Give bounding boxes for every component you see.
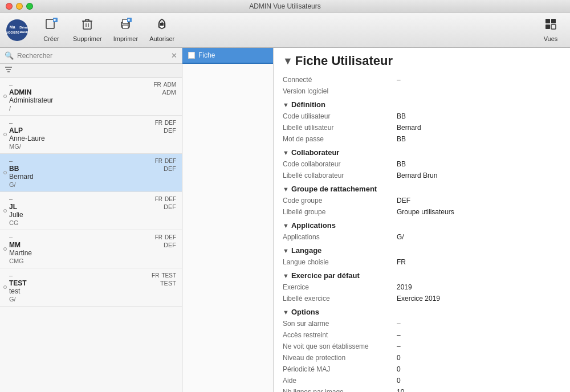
- info-row: Code groupe DEF: [283, 195, 561, 206]
- user-code-right: DEF: [164, 203, 176, 210]
- user-sub: CMG: [9, 258, 176, 264]
- user-dash: –: [9, 119, 13, 126]
- user-dot: [3, 171, 7, 174]
- app-logo: Ma Société Démo Basic: [5, 18, 30, 43]
- info-row: Libellé utilisateur Bernard: [283, 122, 561, 133]
- section-header[interactable]: ▼Collaborateur: [283, 148, 561, 157]
- field-value: G/: [397, 233, 404, 241]
- version-label: Version logiciel: [283, 87, 397, 95]
- field-label: Code groupe: [283, 197, 397, 205]
- user-code-fr: FR: [152, 272, 159, 279]
- info-row: Accès restreint –: [283, 329, 561, 341]
- connecte-label: Connecté: [283, 76, 397, 84]
- minimize-button[interactable]: [16, 3, 23, 10]
- field-label: Applications: [283, 233, 397, 241]
- user-row1: – FR DEF: [9, 195, 176, 202]
- search-icon: 🔍: [5, 51, 14, 60]
- field-value: Bernard Brun: [397, 172, 437, 179]
- user-name: Anne-Laure: [9, 134, 176, 142]
- filter-bar: [0, 64, 182, 77]
- user-dash: –: [9, 272, 13, 279]
- list-item[interactable]: – FR DEF BB DEF Bernard G/: [0, 154, 182, 192]
- field-value: 0: [397, 377, 401, 385]
- field-label: Niveau de protection: [283, 354, 397, 362]
- maximize-button[interactable]: [26, 3, 33, 10]
- section-title: Groupe de rattachement: [291, 185, 377, 193]
- section-arrow: ▼: [283, 222, 289, 229]
- user-dot: [3, 95, 7, 98]
- info-row: Langue choisie FR: [283, 256, 561, 268]
- info-row: Code utilisateur BB: [283, 111, 561, 122]
- info-row: Son sur alarme –: [283, 318, 561, 329]
- field-label: Nb lignes par image: [283, 388, 397, 392]
- field-value: 0: [397, 365, 401, 373]
- filter-icon[interactable]: [5, 66, 13, 75]
- vues-button[interactable]: Vues: [536, 15, 565, 45]
- window-title: ADMIN Vue Utilisateurs: [249, 2, 321, 10]
- section-header[interactable]: ▼Langage: [283, 246, 561, 255]
- user-code-def: DEF: [165, 158, 176, 164]
- section-options: ▼Options Son sur alarme – Accès restrein…: [283, 308, 561, 392]
- user-name: Martine: [9, 249, 176, 257]
- user-name: test: [9, 287, 176, 295]
- section-collaborateur: ▼Collaborateur Code collaborateur BB Lib…: [283, 148, 561, 181]
- creer-button[interactable]: Créer: [36, 15, 66, 45]
- svg-rect-4: [83, 21, 91, 29]
- section-header[interactable]: ▼Applications: [283, 221, 561, 230]
- close-button[interactable]: [6, 3, 13, 10]
- user-code-def: ADM: [164, 81, 176, 88]
- field-value: –: [397, 320, 401, 328]
- user-row2: ALP DEF: [9, 126, 176, 134]
- user-row1: – FR ADM: [9, 81, 176, 88]
- list-item[interactable]: – FR TEST TEST TEST test G/: [0, 268, 182, 307]
- user-code: ALP: [9, 126, 23, 134]
- search-bar: 🔍 ✕: [0, 48, 182, 64]
- svg-rect-20: [545, 19, 550, 23]
- user-code-fr: FR: [155, 158, 162, 164]
- user-code-right: DEF: [164, 165, 176, 172]
- supprimer-button[interactable]: Supprimer: [68, 15, 107, 45]
- info-row: Périodicité MAJ 0: [283, 364, 561, 375]
- fiche-checkbox[interactable]: [188, 52, 195, 59]
- fiche-header-label: Fiche: [198, 51, 215, 59]
- section-header[interactable]: ▼Options: [283, 308, 561, 316]
- list-item[interactable]: – FR DEF ALP DEF Anne-Laure MG/: [0, 116, 182, 154]
- section-header[interactable]: ▼Groupe de rattachement: [283, 185, 561, 193]
- creer-label: Créer: [43, 35, 59, 42]
- user-sub: CG: [9, 219, 176, 226]
- user-sub: /: [9, 105, 176, 112]
- info-row: Libellé exercice Exercice 2019: [283, 293, 561, 304]
- search-input[interactable]: [17, 52, 168, 60]
- imprimer-button[interactable]: Imprimer: [109, 15, 142, 45]
- field-label: Exercice: [283, 283, 397, 291]
- user-code: BB: [9, 165, 19, 173]
- user-dot: [3, 209, 7, 213]
- list-item[interactable]: – FR ADM ADMIN ADM Administrateur /: [0, 77, 182, 116]
- user-row1: – FR TEST: [9, 272, 176, 279]
- user-dash: –: [9, 81, 13, 88]
- info-row: Aide 0: [283, 375, 561, 386]
- user-code: MM: [9, 241, 21, 249]
- svg-rect-21: [551, 19, 556, 23]
- list-item[interactable]: – FR DEF MM DEF Martine CMG: [0, 230, 182, 268]
- user-row2: JL DEF: [9, 203, 176, 211]
- section-header[interactable]: ▼Définition: [283, 100, 561, 109]
- list-item[interactable]: – FR DEF JL DEF Julie CG: [0, 192, 182, 230]
- user-code: ADMIN: [9, 88, 31, 96]
- info-row: Applications G/: [283, 231, 561, 243]
- section-arrow: ▼: [283, 149, 289, 156]
- info-row: Niveau de protection 0: [283, 352, 561, 364]
- section-header[interactable]: ▼Exercice par défaut: [283, 271, 561, 280]
- user-sub: G/: [9, 181, 176, 188]
- svg-rect-13: [123, 25, 128, 28]
- sections-container: ▼Définition Code utilisateur BB Libellé …: [283, 100, 561, 392]
- imprimer-icon: [119, 18, 132, 33]
- fiche-title: Fiche Utilisateur: [295, 54, 393, 68]
- section-title: Définition: [291, 100, 325, 109]
- imprimer-label: Imprimer: [113, 35, 138, 42]
- search-close-icon[interactable]: ✕: [171, 51, 177, 60]
- field-label: Code collaborateur: [283, 160, 397, 168]
- field-label: Ne voit que son établisseme: [283, 342, 397, 350]
- autoriser-button[interactable]: Autoriser: [145, 15, 179, 45]
- info-row: Libellé collaborateur Bernard Brun: [283, 170, 561, 181]
